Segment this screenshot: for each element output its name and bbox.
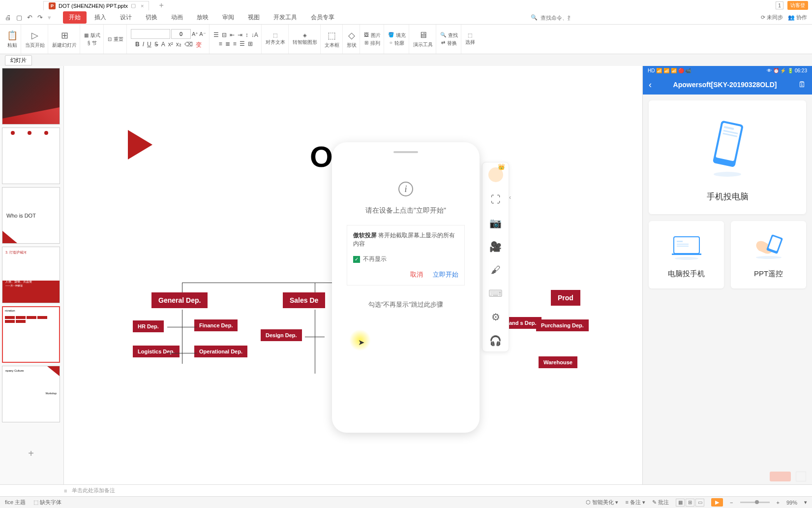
align-center-icon[interactable]: ≣ — [225, 40, 230, 47]
slide-thumb-3[interactable]: Who is DOT — [2, 187, 60, 244]
smart-beautify-button[interactable]: ⬡ 智能美化 ▾ — [586, 499, 618, 506]
superscript-button[interactable]: x² — [168, 41, 173, 49]
redo-icon[interactable]: ↷ — [37, 14, 43, 21]
start-now-button[interactable]: 立即开始 — [433, 270, 458, 279]
textbox-icon[interactable]: ⬚ — [328, 30, 336, 41]
headset-icon[interactable]: 🎧 — [489, 335, 502, 347]
dep-product[interactable]: Prod — [551, 290, 580, 306]
font-size-input[interactable] — [171, 29, 191, 39]
clear-format-button[interactable]: ⌫ — [184, 41, 193, 49]
brush-icon[interactable]: 🖌 — [491, 264, 501, 276]
font-color-button[interactable]: 变 — [196, 41, 202, 49]
indent-increase-icon[interactable]: ⇥ — [238, 32, 242, 38]
close-tab-icon[interactable]: × — [141, 3, 144, 9]
dep-general[interactable]: General Dep. — [151, 292, 208, 308]
search-area[interactable]: 🔍 — [531, 14, 570, 21]
highlight-button[interactable]: A — [161, 41, 165, 49]
outline-icon[interactable]: ○ — [390, 40, 392, 47]
tab-review[interactable]: 审阅 — [216, 11, 240, 24]
underline-button[interactable]: U — [147, 41, 151, 49]
camera-icon[interactable]: 📷 — [489, 217, 502, 229]
tab-start[interactable]: 开始 — [63, 11, 87, 24]
dep-operational[interactable]: Operational Dep. — [194, 346, 247, 357]
find-icon[interactable]: 🔍 — [440, 32, 446, 39]
select-icon[interactable]: ⬚ — [468, 32, 472, 38]
pc-to-phone-card[interactable]: 电脑投手机 — [649, 221, 724, 288]
tab-view[interactable]: 视图 — [242, 11, 266, 24]
slide-thumb-5[interactable]: nization — [2, 306, 60, 363]
indent-decrease-icon[interactable]: ⇤ — [230, 32, 235, 38]
checkbox-icon[interactable]: ✓ — [353, 256, 360, 263]
window-badge-icon[interactable]: 1 — [776, 1, 783, 9]
cancel-button[interactable]: 取消 — [410, 270, 423, 279]
tab-slideshow[interactable]: 放映 — [191, 11, 214, 24]
sorter-view-icon[interactable]: ⊞ — [686, 499, 694, 507]
slide-view-tab[interactable]: 幻灯片 — [5, 55, 32, 65]
notes-bar[interactable]: ≡ 单击此处添加备注 — [0, 484, 812, 496]
picture-icon[interactable]: 🖼 — [364, 32, 369, 39]
zoom-out-icon[interactable]: − — [730, 500, 733, 506]
slide-canvas-wrapper[interactable]: O General Dep. Sales De HR Dep. Finance … — [64, 66, 642, 484]
sync-status[interactable]: ⟳ 未同步 — [761, 14, 783, 21]
play-slideshow-button[interactable]: ▶ — [711, 498, 723, 507]
record-icon[interactable]: 🎥 — [489, 241, 502, 253]
save-icon[interactable]: 🖨 — [5, 14, 11, 21]
reading-view-icon[interactable]: ▭ — [695, 499, 704, 507]
document-tab[interactable]: P DOT (SHENZHEN) PPT.pptx ▢ × — [43, 1, 149, 10]
tab-member[interactable]: 会员专享 — [305, 11, 340, 24]
notes-toggle[interactable]: ≡ 备注 ▾ — [625, 499, 645, 506]
tab-devtools[interactable]: 开发工具 — [268, 11, 303, 24]
line-spacing-icon[interactable]: ↕ — [245, 32, 248, 38]
search-input[interactable] — [541, 15, 570, 21]
justify-icon[interactable]: ☰ — [240, 40, 245, 47]
collab-button[interactable]: 👥 协作 — [788, 14, 807, 21]
phone-to-pc-card[interactable]: 手机投电脑 — [649, 100, 806, 214]
columns-icon[interactable]: ⊞ — [248, 40, 253, 47]
ppt-remote-card[interactable]: PPT遥控 — [731, 221, 806, 288]
tab-transition[interactable]: 切换 — [140, 11, 163, 24]
reset-icon[interactable]: ⊡ — [108, 36, 112, 42]
dep-sales[interactable]: Sales De — [283, 292, 325, 308]
collapse-toolbar-icon[interactable]: ‹ — [509, 194, 511, 201]
calendar-icon[interactable]: 🗓 — [798, 80, 806, 89]
restore-icon[interactable]: ▢ — [131, 2, 136, 9]
fill-icon[interactable]: 🪣 — [388, 32, 394, 39]
orange-action-button[interactable] — [770, 472, 791, 481]
dep-logistics[interactable]: Logistics Dep. — [133, 346, 180, 357]
align-right-icon[interactable]: ≡ — [233, 40, 237, 47]
thumbnail-panel[interactable]: Who is DOT 3. 打造护城河 人便、货便、买直便 ——另一种解读 ni… — [0, 66, 64, 484]
keyboard-icon[interactable]: ⌨ — [488, 287, 503, 299]
slide-thumb-6[interactable]: npany Culture Workshop — [2, 366, 60, 422]
bullets-icon[interactable]: ☰ — [213, 32, 219, 38]
box-icon[interactable]: ▢ — [16, 14, 22, 21]
tab-animation[interactable]: 动画 — [165, 11, 189, 24]
comments-button[interactable]: ✎ 批注 — [652, 499, 669, 506]
dep-design[interactable]: Design Dep. — [261, 329, 302, 341]
secondary-action-button[interactable] — [796, 472, 806, 481]
avatar-icon[interactable]: 👑 — [488, 167, 503, 182]
dep-warehouse[interactable]: Warehouse — [539, 356, 577, 368]
bold-button[interactable]: B — [135, 41, 140, 49]
font-selector[interactable] — [131, 29, 170, 39]
tab-insert[interactable]: 插入 — [89, 11, 112, 24]
text-direction-icon[interactable]: ↓A — [251, 32, 258, 38]
slide-thumb-2[interactable] — [2, 127, 60, 184]
strike-button[interactable]: S̶ — [154, 41, 158, 49]
add-slide-button[interactable]: + — [2, 425, 60, 482]
numbering-icon[interactable]: ⊟ — [222, 32, 227, 38]
align-text-icon[interactable]: ⬚ — [273, 32, 277, 38]
fit-icon[interactable]: ▾ — [804, 499, 807, 506]
dep-hr[interactable]: HR Dep. — [133, 320, 164, 332]
guest-login-button[interactable]: 访客登 — [787, 1, 808, 10]
new-slide-icon[interactable]: ⊞ — [61, 30, 68, 41]
layout-icon[interactable]: ▦ — [84, 32, 89, 38]
zoom-level[interactable]: 99% — [786, 500, 797, 506]
tab-design[interactable]: 设计 — [114, 11, 138, 24]
fullscreen-icon[interactable]: ⛶ — [491, 194, 501, 205]
add-tab-button[interactable]: + — [159, 1, 163, 10]
zoom-in-icon[interactable]: + — [777, 500, 780, 506]
dep-finance[interactable]: Finance Dep. — [194, 319, 238, 331]
missing-fonts-button[interactable]: ⬚ 缺失字体 — [33, 499, 61, 506]
decrease-font-icon[interactable]: A⁻ — [199, 31, 206, 37]
dep-purchasing[interactable]: Purchasing Dep. — [536, 319, 589, 331]
